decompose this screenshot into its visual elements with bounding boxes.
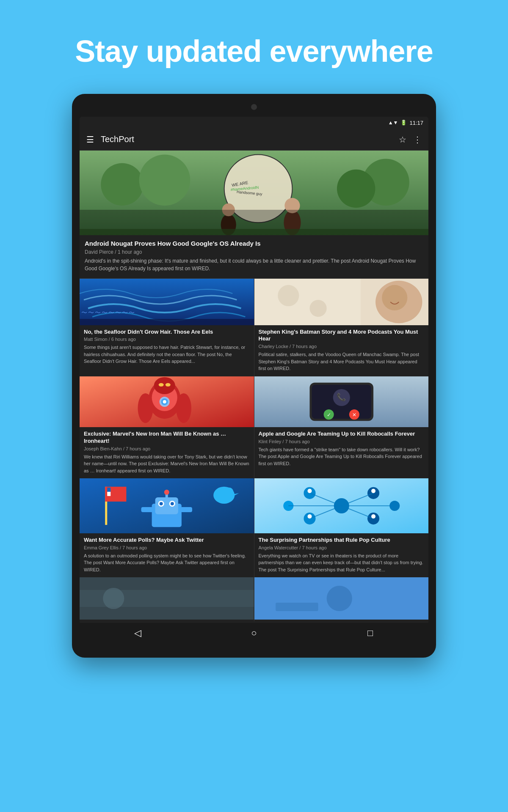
page-headline: Stay updated everywhere — [75, 34, 433, 69]
home-button[interactable]: ○ — [244, 623, 264, 643]
polls-text: Want More Accurate Polls? Maybe Ask Twit… — [80, 533, 254, 577]
svg-rect-58 — [107, 496, 110, 499]
hero-article-meta: David Pierce / 1 hour ago — [85, 249, 423, 255]
time-display: 11:17 — [409, 120, 423, 126]
eels-text: No, the Seafloor Didn't Grow Hair. Those… — [80, 325, 254, 369]
tablet-bottom-bar — [80, 643, 428, 650]
app-bar-actions: ☆ ⋮ — [399, 134, 422, 145]
svg-point-76 — [307, 489, 312, 493]
svg-point-2 — [139, 155, 190, 206]
app-bar: ☰ TechPort ☆ ⋮ — [80, 129, 428, 151]
polls-title: Want More Accurate Polls? Maybe Ask Twit… — [84, 537, 250, 544]
partnerships-text: The Surprising Partnerships that Rule Po… — [254, 533, 429, 577]
batman-excerpt: Political satire, stalkers, and the Vood… — [259, 351, 425, 372]
svg-point-13 — [222, 203, 235, 216]
feed-content: WE ARE #NameAndroidN Handsome guy — [80, 151, 428, 621]
svg-point-19 — [382, 285, 407, 310]
menu-icon[interactable]: ☰ — [86, 134, 94, 145]
svg-point-32 — [138, 393, 153, 423]
svg-rect-20 — [254, 279, 361, 325]
svg-text:✓: ✓ — [326, 412, 331, 418]
articles-grid-row4 — [80, 577, 428, 621]
svg-point-60 — [225, 488, 233, 496]
hero-article-image: WE ARE #NameAndroidN Handsome guy — [80, 151, 428, 235]
svg-point-30 — [159, 383, 164, 387]
svg-rect-56 — [107, 488, 110, 492]
grid-article-robocall[interactable]: 📞 ✓ ✕ Apple and Google Are Teaming Up to… — [254, 376, 429, 478]
svg-point-22 — [309, 299, 326, 316]
recents-button[interactable]: □ — [360, 623, 381, 643]
svg-point-78 — [307, 514, 312, 518]
ironman-image — [80, 376, 254, 427]
ironman-excerpt: We knew that Riri Williams would taking … — [84, 453, 250, 475]
eels-title: No, the Seafloor Didn't Grow Hair. Those… — [84, 329, 250, 336]
batman-meta: Charley Locke / 7 hours ago — [259, 344, 425, 349]
batman-title: Stephen King's Batman Story and 4 More P… — [259, 329, 425, 343]
robocall-meta: Klint Finley / 7 hours ago — [259, 439, 425, 444]
eels-image — [80, 279, 254, 325]
grid-article-ironman[interactable]: Exclusive: Marvel's New Iron Man Will Be… — [80, 376, 254, 478]
svg-text:📞: 📞 — [337, 392, 346, 402]
partnerships-excerpt: Everything we watch on TV or see in thea… — [259, 552, 425, 573]
svg-point-4 — [337, 170, 375, 208]
svg-point-84 — [326, 586, 352, 611]
svg-point-1 — [101, 163, 143, 206]
eels-excerpt: Some things just aren't supposed to have… — [84, 344, 250, 365]
partnerships-title: The Surprising Partnerships that Rule Po… — [259, 537, 425, 544]
svg-rect-53 — [180, 507, 192, 512]
articles-grid-row2: Exclusive: Marvel's New Iron Man Will Be… — [80, 376, 428, 478]
svg-rect-15 — [80, 279, 254, 325]
svg-text:✕: ✕ — [352, 412, 356, 418]
hero-article-title: Android Nougat Proves How Good Google's … — [85, 239, 423, 248]
robocall-text: Apple and Google Are Teaming Up to Kill … — [254, 427, 429, 471]
hero-article[interactable]: WE ARE #NameAndroidN Handsome guy — [80, 151, 428, 279]
svg-rect-16 — [80, 319, 254, 325]
svg-rect-14 — [80, 229, 428, 235]
articles-grid-row1: No, the Seafloor Didn't Grow Hair. Those… — [80, 279, 428, 376]
robocall-image: 📞 ✓ ✕ — [254, 376, 429, 427]
eels-meta: Matt Simon / 6 hours ago — [84, 337, 250, 342]
svg-rect-85 — [276, 603, 318, 611]
navigation-bar: ◁ ○ □ — [80, 623, 428, 643]
polls-image — [80, 478, 254, 533]
grid-article-eels[interactable]: No, the Seafloor Didn't Grow Hair. Those… — [80, 279, 254, 376]
robocall-excerpt: Tech giants have formed a "strike team" … — [259, 446, 425, 467]
back-button[interactable]: ◁ — [127, 623, 148, 643]
svg-point-12 — [221, 214, 236, 235]
svg-rect-52 — [141, 507, 153, 512]
partnerships-meta: Angela Watercutter / 7 hours ago — [259, 545, 425, 550]
ironman-meta: Joseph Bien-Kahn / 7 hours ago — [84, 446, 250, 451]
tablet-screen: ▲▼ 🔋 11:17 ☰ TechPort ☆ ⋮ — [80, 117, 428, 643]
grid-article-bottom-left[interactable] — [80, 577, 254, 621]
status-bar: ▲▼ 🔋 11:17 — [80, 117, 428, 129]
batman-text: Stephen King's Batman Story and 4 More P… — [254, 325, 429, 376]
signal-icon: ▲▼ — [388, 120, 398, 126]
svg-point-48 — [160, 502, 163, 505]
svg-point-79 — [371, 514, 375, 518]
svg-point-29 — [154, 377, 175, 394]
partnerships-image — [254, 478, 429, 533]
star-icon[interactable]: ☆ — [399, 134, 406, 145]
svg-point-51 — [164, 490, 169, 495]
svg-point-11 — [284, 198, 300, 213]
svg-point-49 — [171, 502, 174, 505]
ironman-title: Exclusive: Marvel's New Iron Man Will Be… — [84, 431, 250, 445]
grid-article-bottom-right[interactable] — [254, 577, 429, 621]
tablet-device: ▲▼ 🔋 11:17 ☰ TechPort ☆ ⋮ — [72, 94, 436, 658]
svg-rect-45 — [155, 497, 178, 514]
svg-point-10 — [284, 210, 301, 235]
ironman-text: Exclusive: Marvel's New Iron Man Will Be… — [80, 427, 254, 478]
grid-article-partnerships[interactable]: The Surprising Partnerships that Rule Po… — [254, 478, 429, 577]
svg-point-31 — [166, 383, 171, 387]
app-title: TechPort — [101, 134, 399, 144]
svg-rect-57 — [107, 492, 110, 496]
polls-meta: Emma Grey Ellis / 7 hours ago — [84, 545, 250, 550]
svg-point-77 — [371, 489, 375, 493]
robocall-title: Apple and Google Are Teaming Up to Kill … — [259, 431, 425, 438]
grid-article-batman[interactable]: Stephen King's Batman Story and 4 More P… — [254, 279, 429, 376]
batman-image — [254, 279, 429, 325]
svg-point-33 — [176, 393, 191, 423]
grid-article-polls[interactable]: Want More Accurate Polls? Maybe Ask Twit… — [80, 478, 254, 577]
more-icon[interactable]: ⋮ — [413, 134, 422, 145]
articles-grid-row3: Want More Accurate Polls? Maybe Ask Twit… — [80, 478, 428, 577]
